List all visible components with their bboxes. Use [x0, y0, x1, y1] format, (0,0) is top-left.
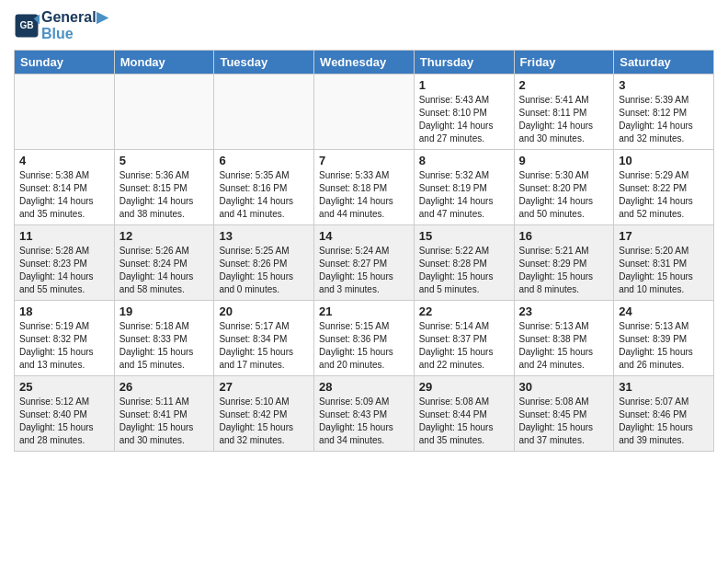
calendar-table: SundayMondayTuesdayWednesdayThursdayFrid…	[14, 50, 714, 452]
calendar-cell: 7Sunrise: 5:33 AM Sunset: 8:18 PM Daylig…	[314, 149, 415, 224]
day-info: Sunrise: 5:21 AM Sunset: 8:29 PM Dayligh…	[519, 245, 609, 296]
day-info: Sunrise: 5:39 AM Sunset: 8:12 PM Dayligh…	[619, 94, 709, 145]
calendar-cell: 18Sunrise: 5:19 AM Sunset: 8:32 PM Dayli…	[15, 300, 115, 375]
calendar-cell	[114, 74, 214, 149]
calendar-cell: 17Sunrise: 5:20 AM Sunset: 8:31 PM Dayli…	[614, 224, 714, 300]
day-number: 29	[419, 380, 509, 394]
day-info: Sunrise: 5:08 AM Sunset: 8:44 PM Dayligh…	[419, 396, 509, 447]
day-number: 17	[619, 229, 709, 243]
day-info: Sunrise: 5:15 AM Sunset: 8:36 PM Dayligh…	[319, 320, 409, 372]
day-number: 10	[619, 154, 709, 167]
day-number: 20	[219, 304, 309, 318]
calendar-cell: 19Sunrise: 5:18 AM Sunset: 8:33 PM Dayli…	[114, 300, 214, 375]
calendar-cell: 9Sunrise: 5:30 AM Sunset: 8:20 PM Daylig…	[514, 149, 614, 224]
calendar-cell: 11Sunrise: 5:28 AM Sunset: 8:23 PM Dayli…	[15, 224, 115, 300]
day-number: 9	[519, 154, 609, 167]
weekday-header-tuesday: Tuesday	[214, 50, 314, 74]
day-info: Sunrise: 5:41 AM Sunset: 8:11 PM Dayligh…	[519, 94, 609, 145]
calendar-cell: 23Sunrise: 5:13 AM Sunset: 8:38 PM Dayli…	[514, 300, 614, 375]
day-number: 1	[419, 78, 509, 92]
day-number: 16	[519, 229, 609, 243]
day-info: Sunrise: 5:28 AM Sunset: 8:23 PM Dayligh…	[19, 245, 109, 296]
calendar-cell: 12Sunrise: 5:26 AM Sunset: 8:24 PM Dayli…	[114, 224, 214, 300]
day-info: Sunrise: 5:19 AM Sunset: 8:32 PM Dayligh…	[19, 320, 109, 372]
weekday-header-row: SundayMondayTuesdayWednesdayThursdayFrid…	[15, 50, 714, 74]
calendar-cell: 24Sunrise: 5:13 AM Sunset: 8:39 PM Dayli…	[614, 300, 714, 375]
day-info: Sunrise: 5:22 AM Sunset: 8:28 PM Dayligh…	[419, 245, 509, 296]
day-info: Sunrise: 5:26 AM Sunset: 8:24 PM Dayligh…	[119, 245, 210, 296]
day-info: Sunrise: 5:38 AM Sunset: 8:14 PM Dayligh…	[19, 169, 109, 221]
day-info: Sunrise: 5:35 AM Sunset: 8:16 PM Dayligh…	[219, 169, 309, 221]
week-row-4: 18Sunrise: 5:19 AM Sunset: 8:32 PM Dayli…	[15, 300, 714, 375]
day-info: Sunrise: 5:20 AM Sunset: 8:31 PM Dayligh…	[619, 245, 709, 296]
calendar-cell: 1Sunrise: 5:43 AM Sunset: 8:10 PM Daylig…	[414, 74, 514, 149]
day-info: Sunrise: 5:24 AM Sunset: 8:27 PM Dayligh…	[319, 245, 409, 296]
calendar-cell: 20Sunrise: 5:17 AM Sunset: 8:34 PM Dayli…	[214, 300, 314, 375]
day-info: Sunrise: 5:09 AM Sunset: 8:43 PM Dayligh…	[319, 396, 409, 447]
day-info: Sunrise: 5:18 AM Sunset: 8:33 PM Dayligh…	[119, 320, 210, 372]
calendar-cell: 10Sunrise: 5:29 AM Sunset: 8:22 PM Dayli…	[614, 149, 714, 224]
calendar-cell	[314, 74, 415, 149]
calendar-container: GB General▶ Blue SundayMondayTuesdayWedn…	[0, 0, 728, 461]
day-info: Sunrise: 5:10 AM Sunset: 8:42 PM Dayligh…	[219, 396, 309, 447]
calendar-cell: 14Sunrise: 5:24 AM Sunset: 8:27 PM Dayli…	[314, 224, 415, 300]
day-number: 22	[419, 304, 509, 318]
calendar-cell: 30Sunrise: 5:08 AM Sunset: 8:45 PM Dayli…	[514, 375, 614, 451]
calendar-cell	[15, 74, 115, 149]
day-info: Sunrise: 5:32 AM Sunset: 8:19 PM Dayligh…	[419, 169, 509, 221]
weekday-header-thursday: Thursday	[414, 50, 514, 74]
day-number: 24	[619, 304, 709, 318]
day-info: Sunrise: 5:43 AM Sunset: 8:10 PM Dayligh…	[419, 94, 509, 145]
day-info: Sunrise: 5:12 AM Sunset: 8:40 PM Dayligh…	[19, 396, 109, 447]
day-number: 25	[19, 380, 109, 394]
day-number: 8	[419, 154, 509, 167]
calendar-cell: 16Sunrise: 5:21 AM Sunset: 8:29 PM Dayli…	[514, 224, 614, 300]
day-info: Sunrise: 5:29 AM Sunset: 8:22 PM Dayligh…	[619, 169, 709, 221]
day-number: 11	[19, 229, 109, 243]
calendar-cell: 21Sunrise: 5:15 AM Sunset: 8:36 PM Dayli…	[314, 300, 415, 375]
calendar-cell: 8Sunrise: 5:32 AM Sunset: 8:19 PM Daylig…	[414, 149, 514, 224]
logo: GB General▶ Blue	[14, 9, 108, 42]
day-info: Sunrise: 5:25 AM Sunset: 8:26 PM Dayligh…	[219, 245, 309, 296]
day-number: 13	[219, 229, 309, 243]
calendar-cell: 26Sunrise: 5:11 AM Sunset: 8:41 PM Dayli…	[114, 375, 214, 451]
day-number: 6	[219, 154, 309, 167]
calendar-cell: 6Sunrise: 5:35 AM Sunset: 8:16 PM Daylig…	[214, 149, 314, 224]
calendar-cell: 29Sunrise: 5:08 AM Sunset: 8:44 PM Dayli…	[414, 375, 514, 451]
weekday-header-sunday: Sunday	[15, 50, 115, 74]
week-row-5: 25Sunrise: 5:12 AM Sunset: 8:40 PM Dayli…	[15, 375, 714, 451]
calendar-cell: 31Sunrise: 5:07 AM Sunset: 8:46 PM Dayli…	[614, 375, 714, 451]
day-info: Sunrise: 5:11 AM Sunset: 8:41 PM Dayligh…	[119, 396, 210, 447]
calendar-cell: 28Sunrise: 5:09 AM Sunset: 8:43 PM Dayli…	[314, 375, 415, 451]
day-number: 28	[319, 380, 409, 394]
day-number: 26	[119, 380, 210, 394]
calendar-cell: 25Sunrise: 5:12 AM Sunset: 8:40 PM Dayli…	[15, 375, 115, 451]
day-number: 19	[119, 304, 210, 318]
logo-text: General▶ Blue	[41, 9, 108, 42]
day-number: 14	[319, 229, 409, 243]
weekday-header-saturday: Saturday	[614, 50, 714, 74]
weekday-header-wednesday: Wednesday	[314, 50, 415, 74]
calendar-cell: 5Sunrise: 5:36 AM Sunset: 8:15 PM Daylig…	[114, 149, 214, 224]
week-row-3: 11Sunrise: 5:28 AM Sunset: 8:23 PM Dayli…	[15, 224, 714, 300]
day-number: 15	[419, 229, 509, 243]
day-info: Sunrise: 5:13 AM Sunset: 8:38 PM Dayligh…	[519, 320, 609, 372]
calendar-cell: 2Sunrise: 5:41 AM Sunset: 8:11 PM Daylig…	[514, 74, 614, 149]
day-number: 3	[619, 78, 709, 92]
calendar-cell: 27Sunrise: 5:10 AM Sunset: 8:42 PM Dayli…	[214, 375, 314, 451]
day-info: Sunrise: 5:33 AM Sunset: 8:18 PM Dayligh…	[319, 169, 409, 221]
calendar-cell: 3Sunrise: 5:39 AM Sunset: 8:12 PM Daylig…	[614, 74, 714, 149]
calendar-cell: 4Sunrise: 5:38 AM Sunset: 8:14 PM Daylig…	[15, 149, 115, 224]
day-info: Sunrise: 5:30 AM Sunset: 8:20 PM Dayligh…	[519, 169, 609, 221]
day-info: Sunrise: 5:17 AM Sunset: 8:34 PM Dayligh…	[219, 320, 309, 372]
day-number: 21	[319, 304, 409, 318]
calendar-cell: 15Sunrise: 5:22 AM Sunset: 8:28 PM Dayli…	[414, 224, 514, 300]
day-info: Sunrise: 5:07 AM Sunset: 8:46 PM Dayligh…	[619, 396, 709, 447]
day-number: 31	[619, 380, 709, 394]
day-number: 23	[519, 304, 609, 318]
weekday-header-monday: Monday	[114, 50, 214, 74]
day-info: Sunrise: 5:14 AM Sunset: 8:37 PM Dayligh…	[419, 320, 509, 372]
svg-text:GB: GB	[19, 20, 33, 30]
day-number: 7	[319, 154, 409, 167]
calendar-cell	[214, 74, 314, 149]
